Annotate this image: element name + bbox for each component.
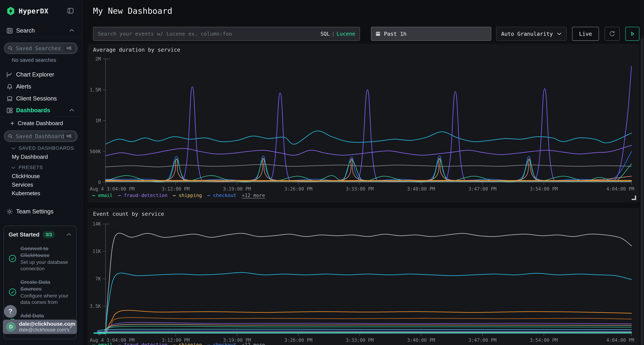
- panel-resize-handle[interactable]: [632, 196, 636, 200]
- y-tick-label: 3.5K: [90, 304, 101, 309]
- sidebar-item-alerts[interactable]: Alerts: [0, 81, 82, 92]
- chart-legend: — email— fraud-detection— shipping— chec…: [92, 193, 265, 198]
- legend-item-email[interactable]: — email: [92, 342, 113, 345]
- search-icon: [8, 133, 13, 139]
- chart-explorer-icon: [6, 71, 13, 78]
- user-email: dale@clickhouse.com: [19, 321, 68, 327]
- sidebar-item-label: Alerts: [16, 83, 31, 90]
- get-started-item-sources[interactable]: Create Data Sources Configure where your…: [8, 279, 72, 306]
- sidebar-item-clickhouse[interactable]: ClickHouse: [12, 173, 40, 179]
- get-started-item-title: Connect to ClickHouse: [20, 245, 72, 259]
- lucene-language-toggle[interactable]: Lucene: [336, 31, 355, 37]
- series-cyan-wavy: [106, 131, 632, 144]
- granularity-select[interactable]: Auto Granularity: [496, 27, 567, 41]
- y-tick-label: 2M: [95, 56, 101, 62]
- sidebar-item-chart-explorer[interactable]: Chart Explorer: [0, 69, 82, 80]
- get-started-item-desc: Configure where your data comes from: [20, 293, 72, 306]
- line-chart-event-count: 14K11K7K3.5K0Aug 4 3:04:00 PM3:12:00 PM3…: [88, 208, 640, 345]
- x-tick-label: 3:47:00 PM: [468, 186, 496, 192]
- sidebar-item-search[interactable]: Search: [0, 25, 82, 36]
- x-tick-label: 3:26:00 PM: [284, 186, 312, 192]
- saved-dashboards-placeholder: Saved Dashboards: [16, 133, 64, 139]
- legend-item-shipping[interactable]: — shipping: [173, 193, 202, 198]
- sidebar-item-dashboards[interactable]: Dashboards: [0, 105, 82, 116]
- x-tick-label: 3:40:00 PM: [407, 186, 435, 192]
- legend-item-fraud-detection[interactable]: — fraud-detection: [118, 193, 168, 198]
- presets-section-header[interactable]: PRESETS: [11, 165, 43, 170]
- plus-icon: +: [10, 121, 14, 126]
- sidebar-item-label: Chart Explorer: [16, 71, 54, 78]
- legend-item-fraud-detection[interactable]: — fraud-detection: [118, 342, 168, 345]
- section-header-label: SAVED DASHBOARDS: [18, 145, 74, 151]
- legend-more-link[interactable]: +12 more: [242, 193, 265, 198]
- x-tick-label: 3:33:00 PM: [346, 186, 374, 192]
- search-icon: [8, 45, 13, 51]
- dashboard-toolbar: Search your events w/ Lucene ex. column:…: [93, 27, 639, 41]
- chevron-up-icon[interactable]: [66, 233, 72, 237]
- get-started-item-title: Create Data Sources: [20, 279, 72, 292]
- y-tick-label: 0: [98, 180, 101, 185]
- series-cyan-base: [106, 182, 632, 182]
- create-dashboard-button[interactable]: + Create Dashboard: [10, 120, 63, 127]
- x-tick-label: 3:54:00 PM: [530, 338, 558, 343]
- saved-dashboards-input[interactable]: Saved Dashboards ⌘K: [4, 130, 78, 142]
- legend-item-shipping[interactable]: — shipping: [173, 342, 202, 345]
- sql-language-toggle[interactable]: SQL: [320, 31, 330, 37]
- legend-item-email[interactable]: — email: [92, 193, 113, 198]
- hyperdx-app: HyperDX Search Sa: [0, 0, 644, 345]
- chart-panel-event-count: Event count by service 14K11K7K3.5K0Aug …: [88, 208, 639, 345]
- x-tick-label: 3:40:00 PM: [407, 338, 435, 343]
- time-range-value: Past 1h: [384, 31, 406, 37]
- app-logo-text: HyperDX: [18, 7, 48, 15]
- page-title: My New Dashboard: [93, 6, 172, 16]
- live-label: Live: [579, 31, 592, 37]
- refresh-icon: [608, 30, 616, 37]
- collapse-sidebar-icon[interactable]: [66, 7, 74, 15]
- x-tick-label: 3:12:00 PM: [162, 186, 190, 192]
- chevron-up-icon: [69, 108, 74, 112]
- run-query-button[interactable]: [626, 27, 639, 41]
- sidebar-item-kubernetes[interactable]: Kubernetes: [12, 190, 40, 197]
- sidebar-item-client-sessions[interactable]: Client Sessions: [0, 93, 82, 104]
- sidebar: HyperDX Search Sa: [0, 0, 82, 345]
- get-started-title: Get Started: [8, 231, 39, 238]
- event-search-placeholder: Search your events w/ Lucene ex. column:…: [98, 31, 320, 37]
- sidebar-item-services[interactable]: Services: [12, 182, 33, 188]
- legend-item-checkout[interactable]: — checkout: [207, 193, 236, 198]
- chevron-right-icon: [68, 324, 74, 330]
- sidebar-item-my-dashboard[interactable]: My Dashboard: [12, 154, 48, 160]
- event-search-input[interactable]: Search your events w/ Lucene ex. column:…: [93, 27, 360, 41]
- refresh-button[interactable]: [605, 27, 620, 41]
- create-dashboard-label: Create Dashboard: [18, 120, 63, 127]
- sidebar-item-team-settings[interactable]: Team Settings: [0, 206, 82, 217]
- play-icon: [629, 30, 636, 37]
- get-started-header[interactable]: Get Started 3/3: [8, 231, 72, 238]
- chevron-down-icon: [557, 32, 562, 35]
- saved-searches-input[interactable]: Saved Searches ⌘K: [4, 42, 78, 54]
- chevron-down-icon: [11, 147, 16, 150]
- scrollbar-track: [640, 0, 644, 345]
- get-started-item-connect[interactable]: Connect to ClickHouse Set up your databa…: [8, 245, 72, 272]
- x-tick-label: 3:33:00 PM: [346, 338, 374, 343]
- x-tick-label: Aug 4 3:04:00 PM: [90, 186, 134, 192]
- search-list-icon: [6, 27, 13, 34]
- legend-more-link[interactable]: +12 more: [242, 342, 265, 345]
- get-started-item-title: Add Data: [20, 312, 72, 319]
- scrollbar-thumb[interactable]: [640, 38, 644, 345]
- x-tick-label: 4:04:00 PM: [606, 338, 634, 343]
- help-button[interactable]: ?: [4, 305, 17, 318]
- main-content: My New Dashboard Search your events w/ L…: [82, 0, 644, 345]
- saved-dashboards-section-header[interactable]: SAVED DASHBOARDS: [11, 145, 74, 151]
- avatar: D: [6, 322, 16, 332]
- live-button[interactable]: Live: [572, 27, 599, 41]
- series-purple-wavy: [106, 145, 632, 156]
- chevron-down-icon: [11, 166, 16, 169]
- shortcut-badge: ⌘K: [64, 133, 74, 140]
- y-tick-label: 1.5M: [90, 87, 101, 93]
- legend-item-checkout[interactable]: — checkout: [207, 342, 236, 345]
- user-menu[interactable]: D dale@clickhouse.com dale@clickhouse.co…: [3, 320, 77, 334]
- time-range-picker[interactable]: Past 1h: [371, 27, 491, 41]
- gear-icon: [6, 208, 13, 215]
- x-tick-label: 3:47:00 PM: [468, 338, 496, 343]
- y-tick-label: 1M: [95, 118, 101, 123]
